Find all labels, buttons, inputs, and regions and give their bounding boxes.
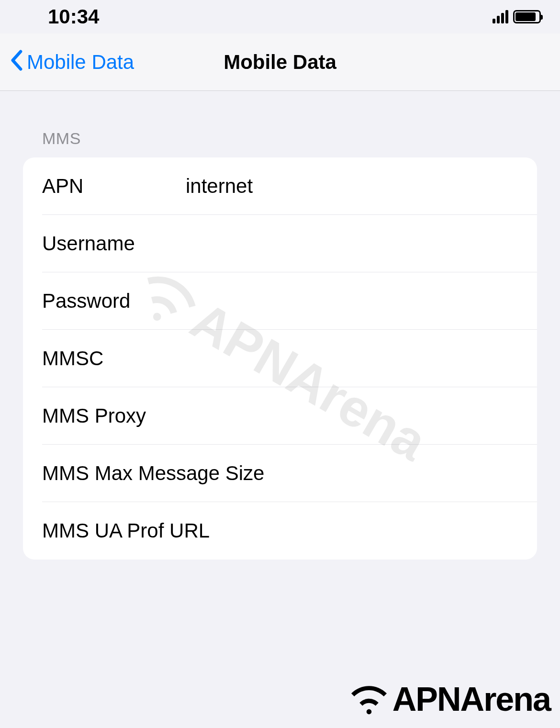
section-header-mms: MMS [23, 91, 537, 157]
label-mms-max-size: MMS Max Message Size [42, 462, 264, 485]
row-password[interactable]: Password [23, 272, 537, 330]
row-apn[interactable]: APN [23, 157, 537, 215]
content: MMS APN Username Password MMSC MMS Proxy… [0, 91, 560, 560]
label-mmsc: MMSC [42, 347, 186, 370]
back-button[interactable]: Mobile Data [0, 48, 134, 77]
label-password: Password [42, 290, 186, 313]
input-apn[interactable] [186, 175, 518, 198]
label-apn: APN [42, 175, 186, 198]
back-button-label: Mobile Data [27, 51, 134, 74]
row-mms-proxy[interactable]: MMS Proxy [23, 387, 537, 445]
input-mms-ua-prof-url[interactable] [210, 519, 518, 542]
input-username[interactable] [186, 232, 518, 255]
navigation-bar: Mobile Data Mobile Data [0, 34, 560, 91]
page-title: Mobile Data [224, 51, 336, 74]
input-mmsc[interactable] [186, 347, 518, 370]
cellular-signal-icon [493, 10, 508, 23]
label-username: Username [42, 232, 186, 255]
status-time: 10:34 [48, 5, 99, 28]
label-mms-ua-prof-url: MMS UA Prof URL [42, 519, 210, 542]
row-mmsc[interactable]: MMSC [23, 330, 537, 387]
footer-brand-text: APNArena [392, 680, 550, 718]
label-mms-proxy: MMS Proxy [42, 404, 186, 427]
status-indicators [493, 10, 541, 23]
status-bar: 10:34 [0, 0, 560, 34]
input-mms-proxy[interactable] [186, 404, 518, 427]
row-mms-ua-prof-url[interactable]: MMS UA Prof URL [23, 502, 537, 560]
input-password[interactable] [186, 290, 518, 313]
row-mms-max-size[interactable]: MMS Max Message Size [23, 445, 537, 502]
wifi-icon [347, 682, 391, 717]
settings-group: APN Username Password MMSC MMS Proxy MMS… [23, 157, 537, 560]
footer-brand: APNArena [347, 680, 550, 718]
battery-icon [513, 10, 541, 23]
input-mms-max-size[interactable] [264, 462, 518, 485]
chevron-left-icon [10, 48, 23, 77]
row-username[interactable]: Username [23, 215, 537, 272]
